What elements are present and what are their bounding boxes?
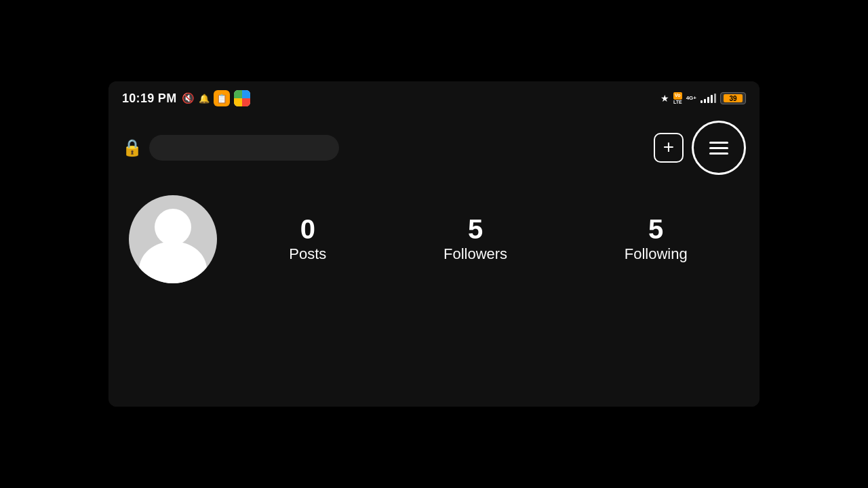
posts-stat[interactable]: 0 Posts: [289, 216, 326, 263]
avatar-container: [129, 195, 217, 283]
nav-bar: 🔒 +: [108, 114, 760, 182]
menu-line-1: [709, 142, 728, 144]
signal-type: 4G+: [686, 96, 696, 101]
following-count: 5: [648, 216, 663, 243]
status-bar: 10:19 PM 🔇 🔔 📋 ★: [108, 81, 760, 114]
menu-button[interactable]: [692, 121, 746, 175]
battery-percent: 39: [729, 95, 736, 102]
battery-indicator: 39: [720, 92, 746, 104]
app-icon-multi: [234, 90, 250, 106]
bluetooth-icon: ★: [660, 93, 669, 104]
phone-frame: 10:19 PM 🔇 🔔 📋 ★: [108, 81, 760, 407]
lock-icon: 🔒: [122, 138, 142, 157]
avatar: [129, 195, 217, 283]
status-bar-left: 10:19 PM 🔇 🔔 📋: [122, 90, 250, 106]
posts-count: 0: [300, 216, 315, 243]
profile-section: 0 Posts 5 Followers 5 Following: [108, 182, 760, 297]
status-time: 10:19 PM: [122, 92, 176, 106]
mute-icon: 🔇: [182, 92, 195, 104]
following-stat[interactable]: 5 Following: [625, 216, 688, 263]
menu-line-3: [709, 152, 728, 155]
menu-line-2: [709, 147, 728, 149]
add-post-button[interactable]: +: [654, 133, 684, 163]
add-icon: +: [663, 138, 674, 157]
nav-right: +: [654, 121, 746, 175]
posts-label: Posts: [289, 245, 326, 263]
menu-lines-icon: [709, 142, 728, 155]
status-bar-right: ★ Vo LTE 4G+ 39: [660, 92, 746, 104]
following-label: Following: [625, 245, 688, 263]
app-icon-orange: 📋: [214, 90, 230, 106]
followers-count: 5: [468, 216, 483, 243]
app-content: 🔒 +: [108, 114, 760, 407]
notification-icon: 🔔: [199, 94, 210, 104]
status-icons-left: 🔇 🔔 📋: [182, 90, 250, 106]
followers-label: Followers: [443, 245, 507, 263]
nav-left: 🔒: [122, 135, 339, 161]
signal-bars: [701, 94, 716, 103]
followers-stat[interactable]: 5 Followers: [443, 216, 507, 263]
username-pill[interactable]: [149, 135, 339, 161]
volte-badge: Vo LTE: [673, 92, 682, 104]
stats-row: 0 Posts 5 Followers 5 Following: [231, 216, 746, 263]
